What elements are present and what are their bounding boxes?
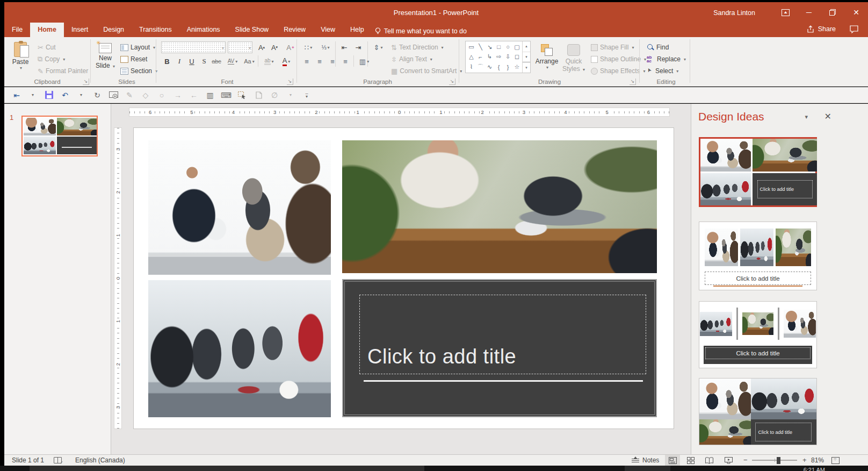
photo-office-lobby[interactable] bbox=[148, 280, 331, 417]
vertical-ruler[interactable]: 3210123 bbox=[114, 127, 122, 429]
tab-slide-show[interactable]: Slide Show bbox=[228, 23, 277, 37]
shapes-scroll-up-icon[interactable]: ▴ bbox=[523, 41, 530, 52]
shape-arc[interactable]: ⌒ bbox=[476, 62, 485, 72]
qat-none-dropdown-icon[interactable]: ▾ bbox=[284, 89, 298, 102]
design-suggestion-3[interactable]: Click to add title bbox=[699, 301, 817, 368]
drawing-dialog-launcher[interactable]: ↘ bbox=[630, 78, 636, 85]
photo-business-meeting[interactable] bbox=[148, 140, 331, 275]
section-button[interactable]: Section ▾ bbox=[118, 65, 160, 77]
tab-file[interactable]: File bbox=[4, 23, 30, 37]
copy-button[interactable]: ⧉ Copy ▾ bbox=[35, 53, 67, 65]
normal-view-button[interactable] bbox=[665, 455, 680, 466]
undo-icon[interactable]: ↶ bbox=[58, 89, 72, 102]
paragraph-dialog-launcher[interactable]: ↘ bbox=[449, 78, 455, 85]
shape-triangle[interactable]: △ bbox=[467, 52, 476, 62]
italic-button[interactable]: I bbox=[173, 55, 185, 67]
close-button[interactable]: ✕ bbox=[844, 2, 868, 23]
strikethrough-button[interactable]: abc bbox=[211, 55, 222, 67]
shapes-scroll-down-icon[interactable]: ▾ bbox=[523, 52, 530, 62]
convert-to-smartart-button[interactable]: ▦ Convert to SmartArt▾ bbox=[389, 65, 464, 77]
title-placeholder-text[interactable]: Click to add title bbox=[360, 345, 516, 374]
reset-button[interactable]: Reset bbox=[118, 53, 149, 65]
find-button[interactable]: Find bbox=[645, 41, 671, 53]
tell-me-box[interactable]: Tell me what you want to do bbox=[372, 23, 473, 37]
minimize-button[interactable]: ─ bbox=[797, 2, 821, 23]
tab-home[interactable]: Home bbox=[30, 23, 64, 37]
qat-customize-dropdown-icon[interactable]: ▾ bbox=[26, 89, 40, 102]
align-right-button[interactable]: ≡ bbox=[327, 55, 338, 67]
align-text-button[interactable]: ⇳ Align Text▾ bbox=[389, 53, 435, 65]
spellcheck-icon[interactable] bbox=[54, 457, 62, 463]
shape-arrow-line[interactable]: ↘ bbox=[485, 42, 494, 52]
bold-button[interactable]: B bbox=[161, 55, 173, 67]
qat-shape-icon[interactable]: ◇ bbox=[139, 89, 153, 102]
design-suggestion-2[interactable]: Click to add title bbox=[699, 222, 817, 290]
qat-slide-layout-icon[interactable]: ▥ bbox=[203, 89, 217, 102]
zoom-slider-knob[interactable] bbox=[777, 457, 780, 464]
qat-overflow-icon[interactable]: ‒▾ bbox=[300, 89, 314, 102]
shape-rounded-rectangle[interactable]: ▢ bbox=[512, 42, 522, 52]
qat-select-objects-icon[interactable] bbox=[235, 89, 249, 102]
shape-textbox[interactable]: ▭ bbox=[467, 42, 476, 52]
tab-review[interactable]: Review bbox=[276, 23, 313, 37]
arrange-button[interactable]: Arrange ▾ bbox=[534, 40, 560, 77]
repeat-icon[interactable]: ↻ bbox=[90, 89, 104, 102]
design-suggestion-1[interactable]: Click to add title bbox=[699, 137, 817, 207]
photo-cafe-laptop[interactable] bbox=[342, 140, 657, 273]
layout-button[interactable]: Layout ▾ bbox=[118, 41, 157, 53]
title-placeholder-box[interactable]: Click to add title bbox=[342, 279, 657, 417]
increase-indent-button[interactable]: ⇥ bbox=[352, 41, 364, 53]
font-size-combo[interactable]: ▾ bbox=[228, 41, 252, 53]
bullets-button[interactable]: ∷▾ bbox=[301, 41, 316, 53]
shape-curve[interactable]: ∿ bbox=[485, 62, 494, 72]
clipboard-dialog-launcher[interactable]: ↘ bbox=[83, 78, 89, 85]
tab-insert[interactable]: Insert bbox=[64, 23, 96, 37]
shape-right-arrow[interactable]: ⇨ bbox=[494, 52, 503, 62]
tab-transitions[interactable]: Transitions bbox=[132, 23, 179, 37]
justify-button[interactable]: ≡ bbox=[339, 55, 351, 67]
shape-oval[interactable]: ○ bbox=[503, 42, 512, 52]
cut-button[interactable]: ✂ Cut bbox=[35, 41, 58, 53]
language-indicator[interactable]: English (Canada) bbox=[75, 456, 125, 464]
shape-left-brace[interactable]: { bbox=[494, 62, 503, 72]
start-from-beginning-icon[interactable] bbox=[106, 89, 120, 102]
qat-oval-icon[interactable]: ○ bbox=[155, 89, 169, 102]
clear-formatting-button[interactable]: A✦ bbox=[285, 41, 296, 53]
align-left-button[interactable]: ≡ bbox=[301, 55, 313, 67]
shape-scribble[interactable]: ⌇ bbox=[467, 62, 476, 72]
change-case-button[interactable]: Aa▾ bbox=[242, 55, 257, 67]
shape-star[interactable]: ☆ bbox=[512, 62, 522, 72]
font-color-button[interactable]: A▾ bbox=[279, 55, 293, 67]
slide-thumbnail-1[interactable] bbox=[21, 116, 98, 156]
text-direction-button[interactable]: ⇅ Text Direction▾ bbox=[389, 41, 446, 53]
replace-button[interactable]: abac Replace▾ bbox=[645, 53, 688, 65]
shape-elbow[interactable]: ⌐ bbox=[476, 52, 485, 62]
font-dialog-launcher[interactable]: ↘ bbox=[287, 78, 293, 85]
qat-back-icon[interactable]: ← bbox=[187, 89, 201, 102]
columns-button[interactable]: ▥▾ bbox=[357, 55, 372, 67]
shape-rectangle[interactable]: □ bbox=[494, 42, 503, 52]
qat-format-painter-icon[interactable]: ✎ bbox=[122, 89, 136, 102]
zoom-out-icon[interactable]: − bbox=[743, 456, 748, 464]
slide-show-button[interactable] bbox=[721, 455, 736, 466]
underline-button[interactable]: U bbox=[186, 55, 198, 67]
quick-styles-button[interactable]: Quick Styles ▾ bbox=[561, 40, 587, 77]
qat-customize-icon[interactable]: ⇤ bbox=[10, 89, 24, 102]
design-ideas-chevron-icon[interactable]: ▾ bbox=[805, 113, 808, 120]
share-button[interactable]: Share bbox=[807, 25, 836, 33]
character-spacing-button[interactable]: AV▾ bbox=[225, 55, 241, 67]
restore-button[interactable] bbox=[821, 2, 844, 23]
qat-forward-icon[interactable]: → bbox=[171, 89, 185, 102]
comments-icon[interactable] bbox=[850, 25, 858, 33]
shape-line[interactable]: ╲ bbox=[476, 42, 485, 52]
tab-animations[interactable]: Animations bbox=[179, 23, 228, 37]
text-shadow-button[interactable]: S bbox=[198, 55, 210, 67]
reading-view-button[interactable] bbox=[701, 455, 717, 466]
shapes-more-icon[interactable]: ▾ bbox=[523, 62, 530, 73]
increase-font-size-button[interactable]: A▴ bbox=[256, 41, 267, 53]
qat-link-icon[interactable] bbox=[251, 89, 265, 102]
fit-slide-to-window-icon[interactable] bbox=[831, 457, 840, 464]
tab-help[interactable]: Help bbox=[343, 23, 372, 37]
new-slide-button[interactable]: New Slide ▾ bbox=[93, 40, 117, 77]
design-suggestion-4[interactable]: Click to add title bbox=[699, 378, 817, 445]
